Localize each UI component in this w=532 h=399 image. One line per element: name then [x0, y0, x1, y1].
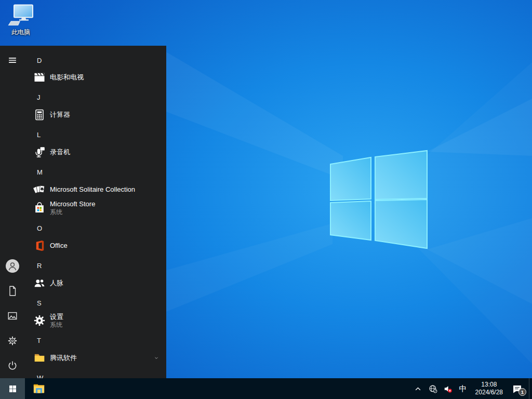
start-menu-app-list: D电影和电视J计算器L录音机MMicrosoft Solitaire Colle…	[25, 46, 166, 378]
app-label: 设置	[50, 313, 63, 321]
rail-power-button[interactable]	[0, 353, 25, 378]
show-hidden-icons-button[interactable]	[410, 378, 425, 399]
chevron-down-icon	[152, 354, 161, 362]
notification-badge: 1	[518, 388, 526, 396]
hamburger-icon	[7, 55, 18, 66]
app-item-settings-gear[interactable]: 设置系统	[25, 310, 166, 331]
app-text: 录音机	[50, 148, 70, 156]
movies-tv-icon	[33, 71, 46, 84]
section-letter: J	[37, 94, 41, 101]
app-label: 人脉	[50, 279, 63, 287]
app-text: Microsoft Solitaire Collection	[50, 185, 135, 194]
volume-muted-icon	[443, 384, 453, 394]
section-header-R[interactable]: R	[25, 257, 166, 274]
clock-date: 2024/6/28	[475, 389, 503, 396]
this-pc-icon	[7, 4, 34, 28]
this-pc-label: 此电脑	[11, 29, 30, 36]
action-center-button[interactable]: 1	[508, 378, 529, 399]
app-item-folder[interactable]: 腾讯软件	[25, 349, 166, 367]
app-label: Microsoft Solitaire Collection	[50, 185, 135, 194]
section-letter: L	[37, 131, 41, 139]
windows-logo	[330, 151, 427, 248]
app-label: 电影和电视	[50, 73, 84, 82]
document-icon	[7, 285, 18, 297]
section-letter: D	[37, 57, 42, 64]
desktop-icon-this-pc[interactable]: 此电脑	[4, 4, 37, 36]
microsoft-store-icon	[33, 202, 46, 214]
section-header-T[interactable]: T	[25, 331, 166, 349]
file-explorer-icon	[32, 382, 46, 395]
rail-user-account-button[interactable]	[0, 254, 25, 278]
app-text: 腾讯软件	[50, 354, 77, 362]
app-text: 设置系统	[50, 313, 63, 328]
app-item-office[interactable]: Office	[25, 237, 166, 255]
globe-no-internet-icon	[428, 384, 438, 394]
section-letter: W	[37, 374, 43, 379]
windows-start-icon	[8, 384, 18, 394]
rail-pictures-button[interactable]	[0, 303, 25, 328]
show-desktop-button[interactable]	[529, 378, 532, 399]
section-header-O[interactable]: O	[25, 219, 166, 237]
app-text: 电影和电视	[50, 73, 84, 82]
chevron-up-icon	[413, 384, 423, 394]
section-letter: O	[37, 224, 42, 232]
clock-time: 13:08	[481, 381, 497, 389]
start-menu: D电影和电视J计算器L录音机MMicrosoft Solitaire Colle…	[0, 46, 166, 378]
app-item-solitaire[interactable]: Microsoft Solitaire Collection	[25, 181, 166, 198]
power-icon	[7, 360, 18, 371]
app-item-voice-recorder[interactable]: 录音机	[25, 143, 166, 161]
app-label: 腾讯软件	[50, 354, 77, 362]
user-avatar-icon	[6, 259, 19, 273]
section-header-J[interactable]: J	[25, 88, 166, 106]
section-header-D[interactable]: D	[25, 51, 166, 69]
app-text: 人脉	[50, 279, 63, 287]
rail-documents-button[interactable]	[0, 278, 25, 303]
app-text: Office	[50, 242, 68, 250]
rail-settings-button[interactable]	[0, 328, 25, 353]
calculator-icon	[33, 109, 46, 121]
solitaire-icon	[33, 183, 46, 196]
app-item-movies-tv[interactable]: 电影和电视	[25, 69, 166, 86]
app-item-people[interactable]: 人脉	[25, 274, 166, 292]
section-header-W[interactable]: W	[25, 369, 166, 378]
app-item-calculator[interactable]: 计算器	[25, 106, 166, 124]
start-menu-rail	[0, 46, 25, 378]
people-icon	[33, 277, 46, 289]
system-tray: 中 13:08 2024/6/28 1	[410, 378, 532, 399]
clock[interactable]: 13:08 2024/6/28	[471, 381, 508, 396]
app-item-microsoft-store[interactable]: Microsoft Store系统	[25, 197, 166, 218]
section-header-S[interactable]: S	[25, 294, 166, 312]
office-icon	[33, 240, 46, 252]
app-label: 录音机	[50, 148, 70, 156]
rail-hamburger-menu-button[interactable]	[0, 48, 25, 73]
app-sublabel: 系统	[50, 321, 63, 328]
app-text: 计算器	[50, 111, 70, 119]
network-status-button[interactable]	[425, 378, 441, 399]
app-text: Microsoft Store系统	[50, 200, 95, 216]
section-letter: M	[37, 168, 43, 176]
pictures-icon	[7, 310, 18, 322]
app-sublabel: 系统	[50, 208, 95, 216]
taskbar: 中 13:08 2024/6/28 1	[0, 378, 532, 399]
app-label: Microsoft Store	[50, 200, 95, 208]
voice-recorder-icon	[33, 146, 46, 158]
ime-indicator[interactable]: 中	[456, 378, 471, 399]
settings-gear-icon	[33, 314, 46, 327]
section-letter: R	[37, 262, 42, 270]
volume-button[interactable]	[441, 378, 456, 399]
file-explorer-button[interactable]	[26, 378, 51, 399]
section-header-L[interactable]: L	[25, 126, 166, 143]
gear-outline-icon	[7, 335, 18, 347]
section-letter: T	[37, 337, 41, 344]
folder-icon	[33, 352, 46, 364]
section-letter: S	[37, 299, 42, 307]
app-label: 计算器	[50, 111, 70, 119]
app-label: Office	[50, 242, 68, 250]
section-header-M[interactable]: M	[25, 163, 166, 181]
start-button[interactable]	[0, 378, 25, 399]
